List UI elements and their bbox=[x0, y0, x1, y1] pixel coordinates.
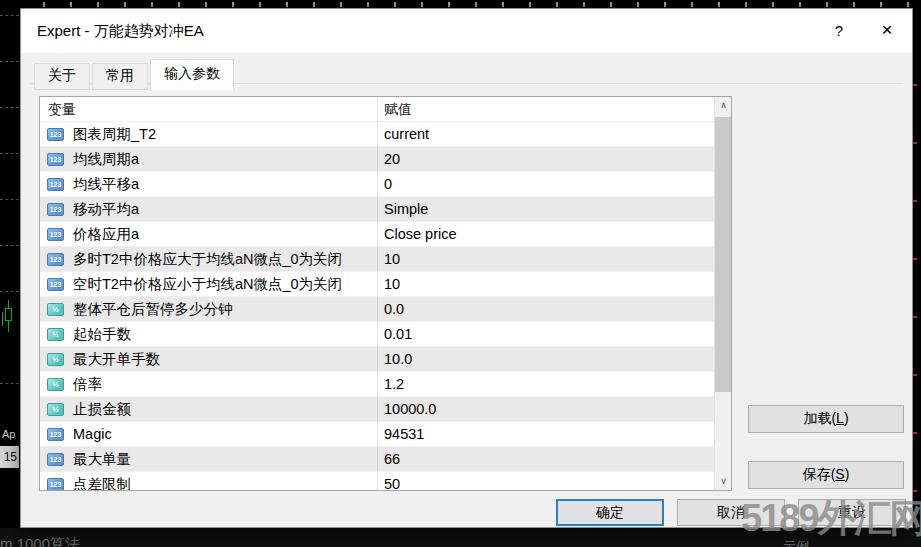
param-value: 10 bbox=[384, 276, 400, 292]
close-icon[interactable]: × bbox=[866, 15, 908, 47]
integer-param-icon: 123 bbox=[47, 203, 64, 216]
chart-gridline bbox=[0, 245, 19, 246]
screen: Ap 15 m 1000算法 示例 Expert - 万能趋势对冲EA ? × … bbox=[0, 0, 921, 547]
param-value: 0 bbox=[384, 176, 392, 192]
param-value: Close price bbox=[384, 226, 457, 242]
chart-period-label: 15 bbox=[0, 446, 19, 468]
param-name: 移动平均a bbox=[73, 200, 139, 219]
save-button[interactable]: 保存(S) bbox=[748, 461, 904, 489]
chart-bottom-partial-text: 示例 bbox=[783, 538, 809, 547]
tab-inputs[interactable]: 输入参数 bbox=[150, 59, 234, 90]
param-name: 价格应用a bbox=[73, 225, 139, 244]
chart-gridline bbox=[0, 199, 19, 200]
param-name: 空时T2中价格应小于均线aN微点_0为关闭 bbox=[73, 275, 342, 294]
column-header-value: 赋值 bbox=[384, 97, 412, 121]
param-name: 整体平仓后暂停多少分钟 bbox=[73, 300, 233, 319]
integer-param-icon: 123 bbox=[47, 153, 64, 166]
double-param-icon: ½ bbox=[47, 303, 64, 316]
param-name: 图表周期_T2 bbox=[73, 125, 156, 144]
help-button[interactable]: ? bbox=[818, 15, 860, 47]
ok-button[interactable]: 确定 bbox=[556, 499, 664, 526]
param-value: Simple bbox=[384, 201, 428, 217]
integer-param-icon: 123 bbox=[47, 278, 64, 291]
param-name: 点差限制 bbox=[73, 475, 131, 491]
chart-background-bottom: m 1000算法 示例 bbox=[0, 528, 921, 547]
candlestick-icon bbox=[5, 308, 12, 321]
param-name: 止损金额 bbox=[73, 400, 131, 419]
title-bar[interactable]: Expert - 万能趋势对冲EA ? × bbox=[21, 9, 912, 53]
double-param-icon: ½ bbox=[47, 353, 64, 366]
param-value: 0.0 bbox=[384, 301, 404, 317]
cancel-button[interactable]: 取消 bbox=[677, 499, 785, 526]
param-name: 倍率 bbox=[73, 375, 102, 394]
chart-bottom-text: m 1000算法 bbox=[0, 535, 80, 547]
load-label: 加载( bbox=[803, 410, 836, 426]
param-name: Magic bbox=[73, 426, 112, 442]
integer-param-icon: 123 bbox=[47, 253, 64, 266]
integer-param-icon: 123 bbox=[47, 453, 64, 466]
scroll-thumb[interactable] bbox=[715, 117, 732, 392]
chart-gridline bbox=[0, 107, 19, 108]
column-divider bbox=[377, 97, 378, 490]
save-mnemonic: S bbox=[835, 466, 844, 482]
chart-gridline bbox=[0, 291, 19, 292]
param-table-body: 变量 赋值 123 图表周期_T2 current 123 均线周期a 20 1… bbox=[40, 97, 714, 490]
param-value: 1.2 bbox=[384, 376, 404, 392]
save-label: 保存( bbox=[803, 466, 836, 482]
param-value: 10 bbox=[384, 251, 400, 267]
integer-param-icon: 123 bbox=[47, 478, 64, 491]
param-name: 最大开单手数 bbox=[73, 350, 160, 369]
integer-param-icon: 123 bbox=[47, 178, 64, 191]
double-param-icon: ½ bbox=[47, 378, 64, 391]
double-param-icon: ½ bbox=[47, 403, 64, 416]
scroll-down-icon[interactable]: ∨ bbox=[715, 473, 732, 490]
param-table: 变量 赋值 123 图表周期_T2 current 123 均线周期a 20 1… bbox=[39, 96, 732, 491]
chart-gridline bbox=[0, 61, 19, 62]
load-label-suffix: ) bbox=[844, 410, 849, 426]
param-value: 0.01 bbox=[384, 326, 412, 342]
param-value: 66 bbox=[384, 451, 400, 467]
param-value: current bbox=[384, 126, 429, 142]
expert-properties-dialog: Expert - 万能趋势对冲EA ? × 关于 常用 输入参数 变量 赋值 1… bbox=[20, 8, 913, 528]
load-button[interactable]: 加载(L) bbox=[748, 405, 904, 433]
dialog-title: Expert - 万能趋势对冲EA bbox=[37, 22, 204, 41]
param-value: 10.0 bbox=[384, 351, 412, 367]
integer-param-icon: 123 bbox=[47, 128, 64, 141]
param-value: 20 bbox=[384, 151, 400, 167]
column-header-variable: 变量 bbox=[48, 97, 76, 121]
load-mnemonic: L bbox=[836, 410, 844, 426]
tab-bar: 关于 常用 输入参数 bbox=[34, 59, 236, 90]
candlestick-icon bbox=[2, 312, 3, 326]
integer-param-icon: 123 bbox=[47, 228, 64, 241]
param-value: 94531 bbox=[384, 426, 424, 442]
param-value: 50 bbox=[384, 476, 400, 490]
save-label-suffix: ) bbox=[845, 466, 850, 482]
chart-price-axis-ticks bbox=[913, 0, 921, 547]
param-name: 均线平移a bbox=[73, 175, 139, 194]
chart-gridline bbox=[0, 153, 19, 154]
param-name: 最大单量 bbox=[73, 450, 131, 469]
scroll-up-icon[interactable]: ∧ bbox=[715, 97, 732, 114]
chart-gridline bbox=[0, 383, 19, 384]
reset-button[interactable]: 重设 bbox=[798, 499, 906, 526]
double-param-icon: ½ bbox=[47, 328, 64, 341]
tab-common[interactable]: 常用 bbox=[92, 63, 148, 90]
chart-background-left: Ap 15 bbox=[0, 0, 20, 547]
chart-date-label: Ap bbox=[2, 428, 15, 440]
tab-about[interactable]: 关于 bbox=[34, 63, 90, 90]
param-name: 起始手数 bbox=[73, 325, 131, 344]
param-name: 多时T2中价格应大于均线aN微点_0为关闭 bbox=[73, 250, 342, 269]
integer-param-icon: 123 bbox=[47, 428, 64, 441]
chart-time-axis-ticks bbox=[0, 0, 921, 8]
chart-gridline bbox=[0, 15, 19, 16]
param-name: 均线周期a bbox=[73, 150, 139, 169]
vertical-scrollbar[interactable]: ∧ ∨ bbox=[714, 97, 731, 490]
param-value: 10000.0 bbox=[384, 401, 436, 417]
